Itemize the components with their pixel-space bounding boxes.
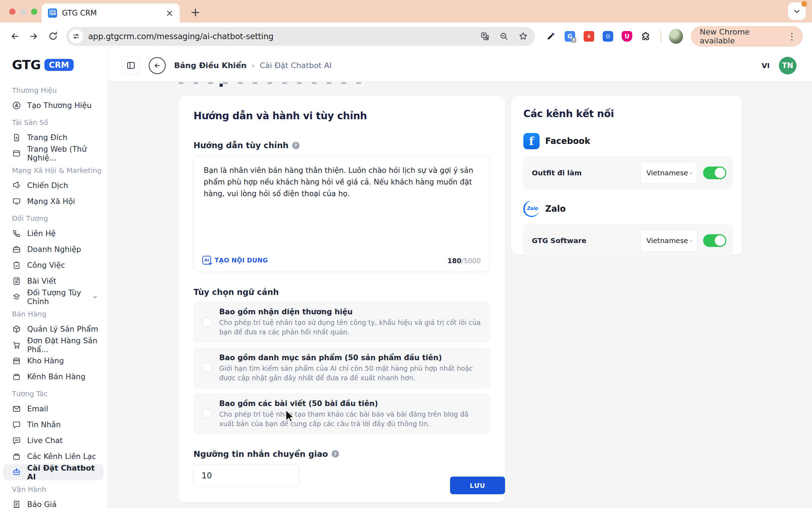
back-button[interactable] [149, 57, 166, 74]
checkbox[interactable] [203, 409, 212, 418]
clipped-heading-fragment [179, 82, 362, 84]
article-icon [12, 277, 21, 286]
monitor-icon [12, 197, 21, 206]
sidebar-toggle-button[interactable] [121, 56, 140, 75]
user-avatar[interactable]: TN [779, 57, 796, 74]
chevron-down-icon[interactable] [92, 294, 98, 300]
help-icon[interactable]: ? [332, 450, 339, 458]
close-window-button[interactable] [9, 8, 16, 15]
reload-icon[interactable] [47, 30, 59, 42]
sidebar-item-trang-web[interactable]: Trang Web (Thử Nghiệ... [0, 145, 107, 161]
section-label-sales: Bán Hàng [0, 305, 107, 321]
sidebar-item-tao-thuong-hieu[interactable]: Tạo Thương Hiệu [0, 97, 107, 113]
sidebar-item-tin-nhan[interactable]: Tin Nhắn [0, 417, 107, 433]
option-row-brand-identity[interactable]: Bao gồm nhận diện thương hiệu Cho phép t… [193, 302, 490, 343]
checkbox[interactable] [203, 363, 212, 373]
site-settings-icon[interactable] [69, 29, 83, 43]
minimize-window-button[interactable] [20, 8, 26, 15]
gtg-favicon: GTGCRM [48, 8, 57, 18]
sidebar-item-email[interactable]: Email [0, 401, 107, 417]
eyedropper-icon[interactable] [546, 31, 556, 42]
section-label-social-marketing: Mạng Xã Hội & Marketing [0, 161, 107, 177]
sidebar-item-cai-dat-chatbot-ai[interactable]: Cài Đặt Chatbot AI [4, 464, 103, 480]
tag-icon[interactable] [603, 31, 613, 42]
extensions-area: G文 U [546, 31, 651, 42]
facebook-channel-header: f Facebook [523, 133, 733, 149]
option-row-product-catalog[interactable]: Bao gồm danh mục sản phẩm (50 sản phẩm đ… [193, 347, 490, 388]
u-shield-icon[interactable]: U [622, 31, 632, 42]
sidebar-item-bai-viet[interactable]: Bài Viết [0, 273, 107, 289]
box-icon [12, 372, 21, 381]
sidebar-item-chien-dich[interactable]: Chiến Dịch [0, 177, 107, 193]
language-select[interactable]: Vietnamese [640, 162, 697, 184]
sidebar-item-cong-viec[interactable]: Công Việc [0, 257, 107, 273]
tab-close-icon[interactable]: × [166, 8, 173, 18]
store-icon [12, 356, 21, 365]
browser-menu-icon[interactable]: ⋮ [785, 31, 799, 42]
sidebar-item-lien-he[interactable]: Liên Hệ [0, 225, 107, 241]
char-counter: 180/5000 [448, 257, 481, 265]
new-chrome-button[interactable]: New Chrome available ⋮ [691, 26, 803, 47]
sidebar-item-doi-tuong-tuy-chinh[interactable]: Đối Tượng Tùy Chỉnh [0, 289, 107, 305]
sidebar-item-don-dat-hang[interactable]: Đơn Đặt Hàng Sản Phẩ... [0, 337, 107, 353]
save-button[interactable]: LƯU [450, 477, 505, 494]
breadcrumb-root[interactable]: Bảng Điều Khiển [174, 61, 247, 70]
breadcrumb: Bảng Điều Khiển › Cài Đặt Chatbot AI [174, 61, 332, 70]
new-tab-button[interactable]: + [190, 5, 201, 19]
channel-name: Zalo [545, 204, 566, 214]
sidebar-item-label: Kho Hàng [27, 356, 64, 365]
fullscreen-window-button[interactable] [31, 8, 37, 15]
sidebar-item-label: Doanh Nghiệp [27, 245, 81, 254]
sidebar-item-bao-gia[interactable]: Báo Giá [0, 496, 107, 508]
window-controls[interactable] [9, 8, 37, 15]
connected-channels-card: Các kênh kết nối f Facebook Outfit đi là… [511, 96, 742, 255]
breadcrumb-separator: › [252, 61, 255, 70]
zoom-icon[interactable] [499, 32, 509, 41]
sidebar-item-live-chat[interactable]: Live Chat [0, 433, 107, 448]
forward-icon[interactable] [28, 30, 39, 42]
behavior-settings-card: Hướng dẫn và hành vi tùy chỉnh Hướng dẫn… [179, 96, 505, 502]
channel-toggle-on[interactable] [703, 167, 726, 179]
app-logo[interactable]: GTG CRM [0, 58, 107, 72]
extensions-puzzle-icon[interactable] [641, 31, 651, 42]
sidebar-item-kho-hang[interactable]: Kho Hàng [0, 353, 107, 369]
bookmark-star-icon[interactable] [518, 31, 528, 41]
sidebar-item-label: Mạng Xã Hội [27, 197, 75, 206]
option-description: Cho phép trí tuệ nhân tạo tham khảo các … [219, 410, 481, 428]
sidebar-item-cac-kenh-lien-lac[interactable]: Các Kênh Liên Lạc [0, 448, 107, 464]
tab-title: GTG CRM [62, 9, 166, 17]
language-selector[interactable]: VI [762, 61, 770, 70]
page-header: Bảng Điều Khiển › Cài Đặt Chatbot AI VI … [108, 50, 812, 81]
address-bar[interactable]: app.gtgcrm.com/messaging/ai-chatbot-sett… [66, 27, 535, 46]
threshold-input[interactable] [193, 464, 299, 487]
shopping-bag-icon[interactable] [584, 31, 594, 42]
profile-avatar[interactable] [669, 29, 683, 44]
notification-dot [801, 1, 807, 7]
channels-title: Các kênh kết nối [523, 108, 733, 120]
browser-tab[interactable]: GTGCRM GTG CRM × [42, 4, 180, 23]
section-label-brand: Thương Hiệu [0, 81, 107, 97]
back-icon[interactable] [9, 30, 20, 42]
help-icon[interactable]: ? [292, 142, 300, 149]
url-text[interactable]: app.gtgcrm.com/messaging/ai-chatbot-sett… [88, 32, 470, 41]
channel-toggle-on[interactable] [703, 234, 726, 247]
sidebar-item-trang-dich[interactable]: Trang Đích [0, 129, 107, 145]
google-translate-icon[interactable]: G文 [565, 31, 575, 42]
checkbox[interactable] [203, 318, 212, 327]
sidebar-item-kenh-ban-hang[interactable]: Kênh Bán Hàng [0, 369, 107, 385]
translate-icon[interactable] [480, 32, 490, 41]
threshold-label-row: Ngưỡng tin nhắn chuyển giao ? [193, 449, 490, 459]
language-select[interactable]: Vietnamese [640, 230, 697, 252]
option-row-articles[interactable]: Bao gồm các bài viết (50 bài đầu tiên) C… [193, 393, 490, 434]
toolbar-divider [660, 30, 661, 42]
briefcase-icon [12, 245, 21, 254]
generate-content-button[interactable]: AI TẠO NỘI DUNG [202, 256, 268, 265]
sidebar-item-doanh-nghiep[interactable]: Doanh Nghiệp [0, 241, 107, 257]
ai-sparkle-icon: AI [202, 256, 211, 265]
sidebar-item-quan-ly-san-pham[interactable]: Quản Lý Sản Phẩm [0, 321, 107, 337]
sidebar-item-label: Trang Đích [27, 133, 67, 142]
tab-search-button[interactable] [788, 2, 806, 20]
sidebar-item-mang-xa-hoi[interactable]: Mạng Xã Hội [0, 193, 107, 209]
instruction-textarea[interactable]: Bạn là nhân viên bán hàng thân thiện. Lu… [194, 156, 490, 244]
card-title: Hướng dẫn và hành vi tùy chỉnh [193, 110, 490, 122]
